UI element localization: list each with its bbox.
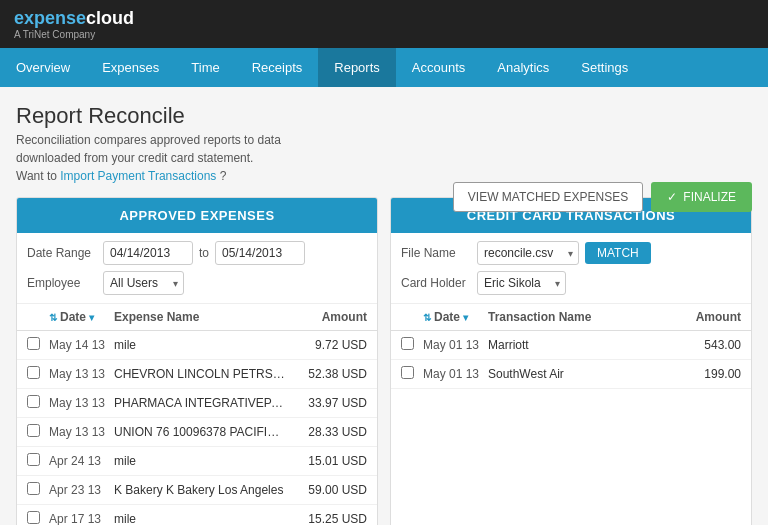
action-buttons: VIEW MATCHED EXPENSES ✓ FINALIZE [453,182,752,212]
nav-expenses[interactable]: Expenses [86,48,175,87]
employee-select-wrapper: All Users [103,271,184,295]
row-date: May 13 13 [49,425,114,439]
row-date: Apr 24 13 [49,454,114,468]
approved-expenses-panel: APPROVED EXPENSES Date Range to Employee… [16,197,378,525]
approved-th-name: Expense Name [114,310,287,324]
row-date: Apr 23 13 [49,483,114,497]
table-row: Apr 17 13 mile 15.25 USD [17,505,377,525]
table-row: May 01 13 Marriott 543.00 [391,331,751,360]
nav-overview[interactable]: Overview [0,48,86,87]
table-row: May 13 13 CHEVRON LINCOLN PETRSANTA... 5… [17,360,377,389]
row-amount: 59.00 USD [287,483,367,497]
row-checkbox[interactable] [27,482,40,495]
file-select[interactable]: reconcile.csv [477,241,579,265]
match-button[interactable]: MATCH [585,242,651,264]
row-checkbox[interactable] [27,395,40,408]
nav-receipts[interactable]: Receipts [236,48,319,87]
cc-sort-icon: ⇅ [423,312,431,323]
row-checkbox[interactable] [27,511,40,524]
table-row: Apr 24 13 mile 15.01 USD [17,447,377,476]
view-matched-button[interactable]: VIEW MATCHED EXPENSES [453,182,643,212]
date-range-row: Date Range to [27,241,367,265]
row-expense-name: PHARMACA INTEGRATIVEPACIFI... [114,396,287,410]
row-checkbox-cell [27,453,49,469]
card-holder-select-wrapper: Eric Sikola [477,271,566,295]
row-date: May 14 13 [49,338,114,352]
cc-table-body: May 01 13 Marriott 543.00 May 01 13 Sout… [391,331,751,389]
logo: expensecloud A TriNet Company [14,8,134,40]
table-row: May 01 13 SouthWest Air 199.00 [391,360,751,389]
page-title: Report Reconcile [16,103,752,129]
cc-row-checkbox[interactable] [401,337,414,350]
finalize-button[interactable]: ✓ FINALIZE [651,182,752,212]
import-line: Want to Import Payment Transactions ? [16,169,752,183]
date-range-label: Date Range [27,246,97,260]
row-date: Apr 17 13 [49,512,114,525]
cc-row-checkbox-cell [401,366,423,382]
checkmark-icon: ✓ [667,190,677,204]
row-checkbox[interactable] [27,366,40,379]
table-row: May 13 13 UNION 76 10096378 PACIFIC PAL … [17,418,377,447]
approved-th-amount: Amount [287,310,367,324]
cc-row-amount: 543.00 [661,338,741,352]
date-from-input[interactable] [103,241,193,265]
cc-row-checkbox-cell [401,337,423,353]
row-checkbox-cell [27,424,49,440]
card-holder-select[interactable]: Eric Sikola [477,271,566,295]
logo-bar: expensecloud A TriNet Company [0,0,768,48]
cc-th-amount: Amount [661,310,741,324]
row-checkbox-cell [27,511,49,525]
cc-th-cb [401,310,423,324]
approved-table-header: ⇅ Date ▾ Expense Name Amount [17,304,377,331]
approved-th-cb [27,310,49,324]
nav-reports[interactable]: Reports [318,48,396,87]
row-expense-name: K Bakery K Bakery Los Angeles [114,483,287,497]
nav-accounts[interactable]: Accounts [396,48,481,87]
date-to-input[interactable] [215,241,305,265]
cc-row-transaction-name: Marriott [488,338,661,352]
row-amount: 28.33 USD [287,425,367,439]
page-desc-2: downloaded from your credit card stateme… [16,151,752,165]
row-checkbox-cell [27,395,49,411]
logo-subtext: A TriNet Company [14,29,134,40]
file-name-row: File Name reconcile.csv MATCH [401,241,741,265]
row-checkbox-cell [27,366,49,382]
row-amount: 33.97 USD [287,396,367,410]
approved-table-body: May 14 13 mile 9.72 USD May 13 13 CHEVRO… [17,331,377,525]
cc-th-date[interactable]: ⇅ Date ▾ [423,310,488,324]
card-holder-row: Card Holder Eric Sikola [401,271,741,295]
date-separator: to [199,246,209,260]
employee-row: Employee All Users [27,271,367,295]
approved-th-date[interactable]: ⇅ Date ▾ [49,310,114,324]
row-checkbox[interactable] [27,453,40,466]
import-link[interactable]: Import Payment Transactions [60,169,216,183]
row-expense-name: CHEVRON LINCOLN PETRSANTA... [114,367,287,381]
cc-row-checkbox[interactable] [401,366,414,379]
row-expense-name: mile [114,512,287,525]
row-amount: 15.25 USD [287,512,367,525]
row-amount: 9.72 USD [287,338,367,352]
main-nav: Overview Expenses Time Receipts Reports … [0,48,768,87]
row-amount: 15.01 USD [287,454,367,468]
cc-table-header: ⇅ Date ▾ Transaction Name Amount [391,304,751,331]
row-checkbox[interactable] [27,424,40,437]
nav-settings[interactable]: Settings [565,48,644,87]
row-amount: 52.38 USD [287,367,367,381]
nav-analytics[interactable]: Analytics [481,48,565,87]
cc-th-name: Transaction Name [488,310,661,324]
approved-expenses-header: APPROVED EXPENSES [17,198,377,233]
sort-down-icon: ▾ [89,312,94,323]
employee-label: Employee [27,276,97,290]
cc-row-amount: 199.00 [661,367,741,381]
row-expense-name: mile [114,454,287,468]
cc-row-date: May 01 13 [423,338,488,352]
table-row: May 14 13 mile 9.72 USD [17,331,377,360]
page-desc-1: Reconciliation compares approved reports… [16,133,752,147]
main-content: Report Reconcile Reconciliation compares… [0,87,768,525]
row-checkbox[interactable] [27,337,40,350]
nav-time[interactable]: Time [175,48,235,87]
row-checkbox-cell [27,482,49,498]
row-expense-name: UNION 76 10096378 PACIFIC PAL [114,425,287,439]
cc-sort-down-icon: ▾ [463,312,468,323]
employee-select[interactable]: All Users [103,271,184,295]
